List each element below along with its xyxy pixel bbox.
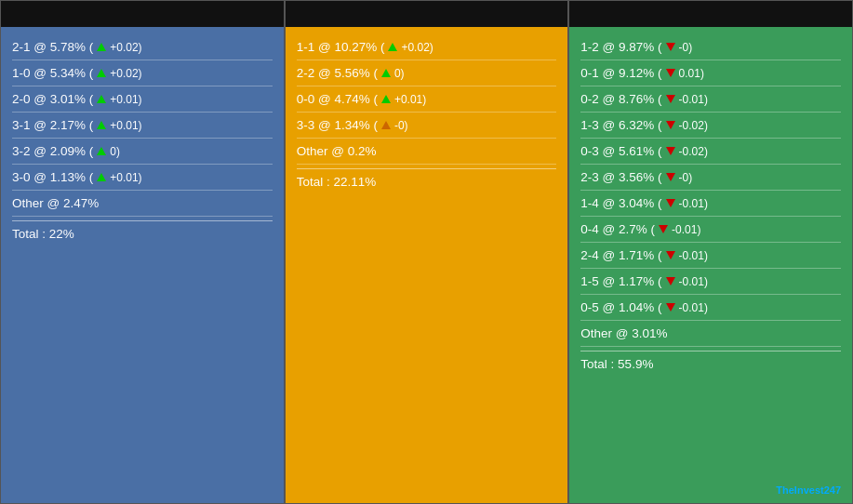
change-text: -0.02) [679,119,708,132]
list-item: 1-2 @ 9.87% ( -0) [580,34,841,60]
list-item: 0-4 @ 2.7% ( -0.01) [580,217,841,243]
other-item: Other @ 2.47% [12,191,273,217]
list-item: 1-1 @ 10.27% ( +0.02) [297,34,557,60]
total-text: Total : 22% [12,227,74,241]
score-text: 3-3 @ 1.34% ( [297,118,378,132]
watermark: TheInvest247 [580,481,841,496]
change-text: -0) [394,119,408,132]
arrow-down-icon [666,251,675,259]
score-text: 2-3 @ 3.56% ( [580,170,661,184]
list-item: 0-5 @ 1.04% ( -0.01) [580,295,841,321]
list-item: 1-0 @ 5.34% ( +0.02) [12,60,273,86]
score-text: 1-4 @ 3.04% ( [580,196,661,210]
arsenal-header [569,1,852,27]
change-text: -0.01) [679,249,708,262]
score-text: 0-5 @ 1.04% ( [580,300,661,314]
total-text: Total : 22.11% [297,175,377,189]
arrow-up-icon [381,69,391,77]
arrow-up-icon [97,147,106,155]
arrow-down-icon [659,225,668,233]
list-item: 1-3 @ 6.32% ( -0.02) [580,113,841,139]
change-text: -0.02) [679,145,708,158]
other-item: Other @ 0.2% [297,139,557,165]
change-text: +0.01) [110,119,141,132]
arrow-down-icon [666,147,675,155]
header-row [1,1,852,27]
other-text: Other @ 3.01% [580,326,667,340]
list-item: 3-2 @ 2.09% ( 0) [12,139,273,165]
draw-header [286,1,570,27]
score-text: 1-3 @ 6.32% ( [580,118,661,132]
change-text: -0.01) [679,93,708,106]
list-item: 3-1 @ 2.17% ( +0.01) [12,113,273,139]
score-text: 3-0 @ 1.13% ( [12,170,93,184]
score-text: 0-4 @ 2.7% ( [580,222,655,236]
list-item: 2-0 @ 3.01% ( +0.01) [12,86,273,113]
arrow-up-icon [388,43,397,51]
list-item: 1-4 @ 3.04% ( -0.01) [580,191,841,217]
change-text: +0.02) [110,67,141,80]
other-text: Other @ 0.2% [297,144,377,158]
arrow-down-icon [666,95,675,103]
score-text: 2-4 @ 1.71% ( [580,248,661,262]
list-item: 0-1 @ 9.12% ( 0.01) [580,60,841,86]
score-text: 0-3 @ 5.61% ( [580,144,661,158]
score-text: 1-2 @ 9.87% ( [580,40,661,54]
arrow-up-icon [97,43,106,51]
change-text: -0.01) [672,223,700,236]
total-item: Total : 22% [12,220,273,246]
change-text: 0) [394,67,405,80]
arrow-up-icon [97,95,106,103]
arrow-neutral-icon [381,121,391,129]
list-item: 0-2 @ 8.76% ( -0.01) [580,86,841,113]
arsenal-column: 1-2 @ 9.87% ( -0)0-1 @ 9.12% ( 0.01)0-2 … [569,27,852,503]
arrow-up-icon [97,69,106,77]
arrow-down-icon [666,69,675,77]
arrow-up-icon [97,121,106,129]
body-row: 2-1 @ 5.78% ( +0.02)1-0 @ 5.34% ( +0.02)… [1,27,852,503]
arrow-down-icon [666,199,675,207]
score-text: 1-5 @ 1.17% ( [580,274,661,288]
arrow-down-icon [666,303,675,312]
oxford-header [1,1,286,27]
arrow-down-icon [666,277,675,285]
change-text: -0) [679,41,693,54]
list-item: 0-0 @ 4.74% ( +0.01) [297,86,557,113]
arrow-down-icon [666,121,675,129]
change-text: -0.01) [679,197,708,210]
list-item: 1-5 @ 1.17% ( -0.01) [580,269,841,295]
other-item: Other @ 3.01% [580,321,841,347]
total-item: Total : 55.9% [580,351,841,377]
draw-column: 1-1 @ 10.27% ( +0.02)2-2 @ 5.56% ( 0)0-0… [286,27,570,503]
score-text: 1-0 @ 5.34% ( [12,66,93,80]
arrow-up-icon [97,173,106,181]
list-item: 2-2 @ 5.56% ( 0) [297,60,557,86]
change-text: 0) [110,145,120,158]
list-item: 0-3 @ 5.61% ( -0.02) [580,139,841,165]
change-text: -0) [679,171,693,184]
change-text: +0.02) [401,41,433,54]
other-text: Other @ 2.47% [12,196,99,210]
arrow-down-icon [666,43,675,51]
oxford-column: 2-1 @ 5.78% ( +0.02)1-0 @ 5.34% ( +0.02)… [1,27,286,503]
score-text: 2-1 @ 5.78% ( [12,40,93,54]
list-item: 3-0 @ 1.13% ( +0.01) [12,165,273,191]
change-text: +0.01) [110,93,141,106]
score-text: 2-0 @ 3.01% ( [12,92,93,106]
list-item: 3-3 @ 1.34% ( -0) [297,113,557,139]
total-text: Total : 55.9% [580,357,653,371]
score-text: 0-0 @ 4.74% ( [297,92,378,106]
score-text: 1-1 @ 10.27% ( [297,40,385,54]
change-text: -0.01) [679,301,708,314]
score-text: 0-1 @ 9.12% ( [580,66,661,80]
score-text: 0-2 @ 8.76% ( [580,92,661,106]
list-item: 2-4 @ 1.71% ( -0.01) [580,243,841,269]
total-item: Total : 22.11% [297,168,557,194]
score-text: 3-2 @ 2.09% ( [12,144,93,158]
arrow-down-icon [666,173,675,181]
change-text: +0.01) [110,171,141,184]
change-text: -0.01) [679,275,708,288]
score-text: 3-1 @ 2.17% ( [12,118,93,132]
main-container: 2-1 @ 5.78% ( +0.02)1-0 @ 5.34% ( +0.02)… [0,0,853,504]
list-item: 2-3 @ 3.56% ( -0) [580,165,841,191]
